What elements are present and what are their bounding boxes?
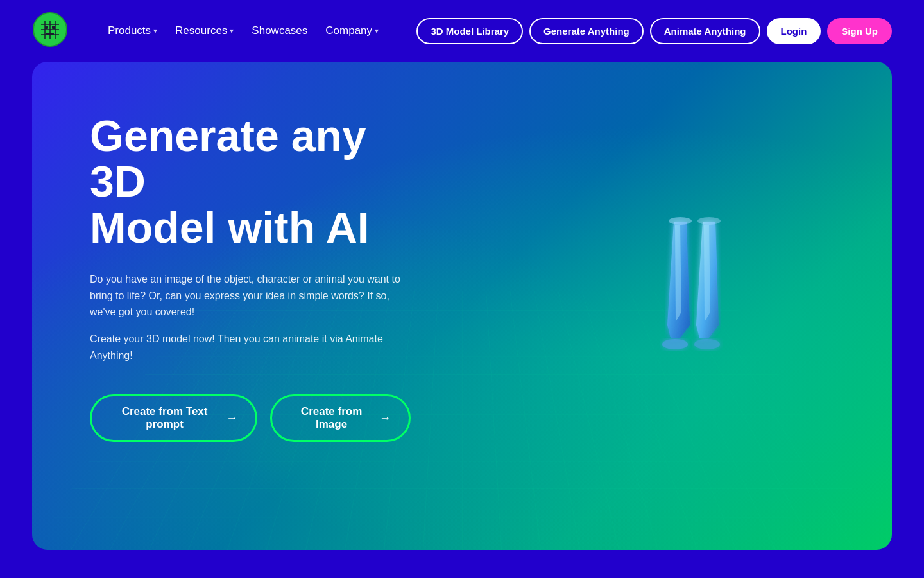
svg-rect-8 — [52, 26, 55, 29]
nav-products[interactable]: Products ▾ — [101, 21, 164, 41]
hero-description-1: Do you have an image of the object, char… — [90, 271, 411, 320]
hero-content: Generate any 3D Model with AI Do you hav… — [32, 62, 468, 493]
navbar: Products ▾ Resources ▾ Showcases Company… — [0, 0, 924, 62]
arrow-icon: → — [379, 412, 391, 425]
create-from-text-button[interactable]: Create from Text prompt → — [90, 394, 257, 442]
arrow-icon: → — [226, 412, 237, 425]
animate-anything-button[interactable]: Animate Anything — [650, 18, 760, 44]
svg-point-11 — [694, 339, 720, 349]
svg-point-10 — [662, 339, 688, 349]
generate-anything-button[interactable]: Generate Anything — [529, 18, 644, 44]
hero-title: Generate any 3D Model with AI — [90, 113, 411, 250]
3d-model-visual — [635, 209, 764, 402]
svg-point-13 — [697, 217, 721, 225]
logo[interactable] — [32, 12, 68, 50]
create-image-label: Create from Image — [290, 405, 373, 431]
hero-description-2: Create your 3D model now! Then you can a… — [90, 331, 398, 363]
svg-point-12 — [669, 217, 692, 225]
hero-card: Generate any 3D Model with AI Do you hav… — [32, 62, 892, 550]
create-text-label: Create from Text prompt — [110, 405, 219, 431]
nav-showcases[interactable]: Showcases — [245, 21, 314, 41]
nav-pills: 3D Model Library Generate Anything Anima… — [416, 18, 892, 44]
nav-company[interactable]: Company ▾ — [319, 21, 385, 41]
chevron-down-icon: ▾ — [375, 26, 379, 35]
nav-resources[interactable]: Resources ▾ — [169, 21, 240, 41]
login-button[interactable]: Login — [767, 18, 821, 44]
chevron-down-icon: ▾ — [153, 26, 157, 35]
nav-links: Products ▾ Resources ▾ Showcases Company… — [101, 21, 396, 41]
svg-rect-9 — [46, 33, 54, 35]
3d-model-library-button[interactable]: 3D Model Library — [416, 18, 523, 44]
cta-buttons: Create from Text prompt → Create from Im… — [90, 394, 411, 442]
signup-button[interactable]: Sign Up — [827, 18, 892, 44]
create-from-image-button[interactable]: Create from Image → — [270, 394, 411, 442]
chevron-down-icon: ▾ — [230, 26, 234, 35]
svg-rect-7 — [45, 26, 48, 29]
